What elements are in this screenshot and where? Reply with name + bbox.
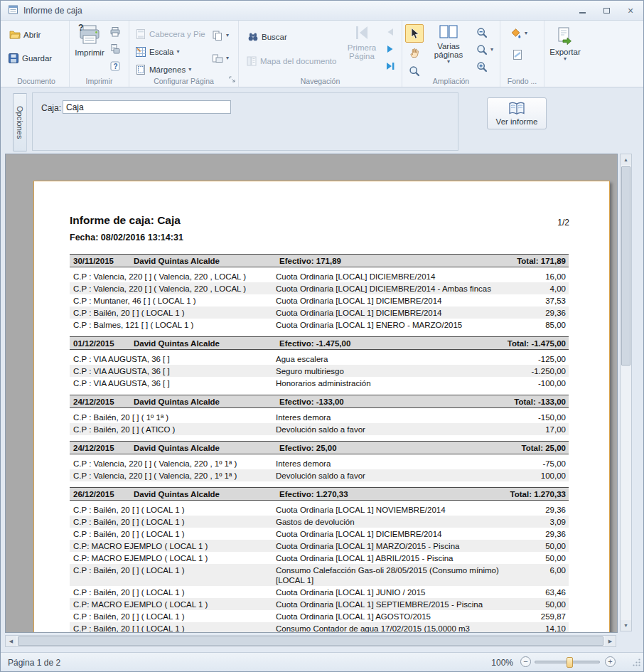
resize-grip[interactable] xyxy=(632,658,641,669)
zoom-slider[interactable] xyxy=(535,661,600,663)
vertical-scrollbar[interactable]: ▲ ▼ xyxy=(620,154,632,631)
scroll-left-button[interactable]: ◀ xyxy=(6,636,16,646)
report-cell-concept: Cuota Ordinaria [LOCAL] DICIEMBRE/2014 xyxy=(276,272,517,282)
report-cell-concept: Cuota Ordinaria [LOCAL 1] SEPTIEMBRE/201… xyxy=(276,599,517,609)
report-cell-prop: C.P : Bailén, 20 [ ] ( LOCAL 1 ) xyxy=(73,517,276,527)
group-label-documento: Documento xyxy=(4,77,69,85)
help-icon: ? xyxy=(109,60,121,72)
report-cell-prop: C.P : Bailén, 20 [ ] ( LOCAL 1 ) xyxy=(73,529,276,539)
svg-text:?: ? xyxy=(114,63,118,70)
chevron-down-icon: ▾ xyxy=(226,33,229,38)
exportar-button[interactable]: Exportar ▾ xyxy=(546,26,584,62)
horizontal-scrollbar[interactable]: ◀ ▶ xyxy=(5,635,616,647)
report-cell-amount: 17,00 xyxy=(517,425,569,434)
escala-button[interactable]: Escala ▾ xyxy=(135,46,180,58)
report-cell-concept: Consumo Calefacción Gas-oli 28/05/2015 (… xyxy=(276,565,517,585)
minimize-button[interactable] xyxy=(576,6,588,16)
report-book-icon xyxy=(508,101,526,117)
print-options-button[interactable] xyxy=(109,43,121,55)
report-cell-prop: C.P : Bailén, 20 [ ] ( LOCAL 1 ) xyxy=(73,612,276,622)
group-label-fondo: Fondo ... xyxy=(500,77,544,85)
chevron-down-icon: ▾ xyxy=(564,56,567,62)
chevron-down-icon: ▾ xyxy=(525,31,527,36)
zoom-slider-thumb[interactable] xyxy=(567,657,573,668)
report-page-indicator: 1/2 xyxy=(557,218,569,228)
report-cell-concept: Cuota Ordinaria [LOCAL 1] ABRIL/2015 - P… xyxy=(276,553,517,563)
report-title: Informe de caja: Caja xyxy=(70,214,181,227)
ver-informe-label: Ver informe xyxy=(496,117,538,126)
open-folder-icon xyxy=(9,29,21,41)
vertical-scrollbar-thumb[interactable] xyxy=(621,166,630,366)
close-button[interactable]: × xyxy=(625,6,636,16)
zoom-button[interactable]: ▾ xyxy=(476,44,493,55)
quick-print-button[interactable] xyxy=(109,26,121,38)
zoom-increase-button[interactable]: + xyxy=(605,656,616,667)
scroll-up-icon: ▲ xyxy=(623,157,628,162)
ribbon-group-configurar: Cabecera y Pie Escala ▾ Márgenes ▾ ▾ ▾ C xyxy=(129,21,239,87)
report-cell-prop: C.P : Valencia, 220 [ ] ( Valencia, 220 … xyxy=(73,284,276,294)
guardar-button[interactable]: Guardar xyxy=(8,53,52,64)
printer-icon: ? xyxy=(77,23,102,47)
zoom-out-button[interactable] xyxy=(476,27,488,38)
report-row: C.P : Bailén, 20 [ ] ( LOCAL 1 )Consumo … xyxy=(70,622,569,633)
report-row: C.P : Bailén, 20 [ ] ( LOCAL 1 )Cuota Or… xyxy=(70,306,569,319)
cabecera-pie-button: Cabecera y Pie xyxy=(135,28,205,40)
report-cell-prop: C.P : Valencia, 220 [ ] ( Valencia, 220 … xyxy=(73,272,276,282)
report-cell-amount: 63,46 xyxy=(517,587,569,597)
zoom-minus-icon: − xyxy=(523,658,527,666)
scroll-up-button[interactable]: ▲ xyxy=(621,154,631,165)
report-cell-amount: 50,00 xyxy=(517,553,569,563)
report-cell-prop: C.P : Muntaner, 46 [ ] ( LOCAL 1 ) xyxy=(73,296,276,306)
scale-icon xyxy=(135,46,146,58)
report-cell-concept: Cuota Ordinaria [LOCAL 1] MARZO/2015 - P… xyxy=(276,541,517,551)
primera-pagina-button: Primera Página xyxy=(343,23,381,60)
report-group-efect: Efectivo: 171,89 xyxy=(279,257,517,265)
minimize-icon xyxy=(579,12,586,14)
report-group-efect: Efectivo: 1.270,33 xyxy=(279,490,510,498)
report-cell-concept: Cuota Ordinaria [LOCAL 1] ENERO - MARZO/… xyxy=(276,320,517,330)
zoom-in-button[interactable] xyxy=(476,61,488,73)
restore-button[interactable] xyxy=(601,6,612,16)
next-page-button[interactable] xyxy=(385,44,395,54)
page-copies-button[interactable]: ▾ xyxy=(212,30,229,41)
report-cell-concept: Honorarios administración xyxy=(276,378,517,388)
imprimir-button[interactable]: ? Imprimir xyxy=(72,23,107,57)
report-group-total: Total: -133,00 xyxy=(514,398,569,406)
options-strip: Opciones Caja: Ver informe xyxy=(1,87,643,154)
watermark-button[interactable] xyxy=(512,49,523,60)
chevron-down-icon: ▾ xyxy=(188,67,191,73)
chevron-down-icon: ▾ xyxy=(226,55,229,61)
buscar-button[interactable]: Buscar xyxy=(247,31,287,43)
previous-page-button xyxy=(385,27,395,37)
report-cell-prop: C.P : Balmes, 121 [ ] ( LOCAL 1 ) xyxy=(73,320,276,330)
hand-tool-button[interactable] xyxy=(405,43,424,62)
next-page-icon xyxy=(385,44,395,54)
zoom-decrease-button[interactable]: − xyxy=(520,656,531,667)
pointer-tool-button[interactable] xyxy=(405,24,424,43)
last-page-button[interactable] xyxy=(385,61,395,71)
caja-input[interactable] xyxy=(63,100,231,114)
report-cell-prop: C.P: MACRO EJEMPLO ( LOCAL 1 ) xyxy=(73,553,276,563)
help-button[interactable]: ? xyxy=(109,60,121,72)
scroll-down-button[interactable]: ▼ xyxy=(621,620,631,631)
report-cell-prop: C.P : Valencia, 220 [ ] ( Valencia, 220 … xyxy=(73,459,276,469)
report-row: C.P : Bailén, 20 [ ] ( LOCAL 1 )Cuota Or… xyxy=(70,610,569,622)
report-group-efect: Efectivo: -133,00 xyxy=(279,398,514,406)
scroll-right-button[interactable]: ▶ xyxy=(605,636,616,646)
page-color-button[interactable]: ▾ xyxy=(510,28,527,39)
ver-informe-button[interactable]: Ver informe xyxy=(487,97,547,129)
varias-paginas-button[interactable]: Varias páginas ▾ xyxy=(428,23,469,65)
report-group-total: Total: 171,89 xyxy=(517,257,569,265)
report-cell-prop: C.P : VIA AUGUSTA, 36 [ ] xyxy=(73,354,276,364)
margenes-button[interactable]: Márgenes ▾ xyxy=(135,64,191,75)
tab-opciones[interactable]: Opciones xyxy=(13,93,27,151)
report-cell-concept: Cuota Ordinaria [LOCAL] DICIEMBRE/2014 -… xyxy=(276,284,517,294)
abrir-button[interactable]: Abrir xyxy=(9,29,41,41)
report-cell-prop: C.P : VIA AUGUSTA, 36 [ ] xyxy=(73,366,276,376)
page-orientation-button[interactable]: ▾ xyxy=(212,53,229,64)
report-cell-concept: Gastos de devolución xyxy=(276,517,517,527)
report-group-date: 30/11/2015 xyxy=(73,257,134,265)
report-cell-concept: Cuota Ordinaria [LOCAL 1] JUNIO / 2015 xyxy=(276,587,517,597)
ribbon-group-fondo: ▾ Fondo ... xyxy=(500,21,544,87)
horizontal-scrollbar-thumb[interactable] xyxy=(18,636,603,646)
